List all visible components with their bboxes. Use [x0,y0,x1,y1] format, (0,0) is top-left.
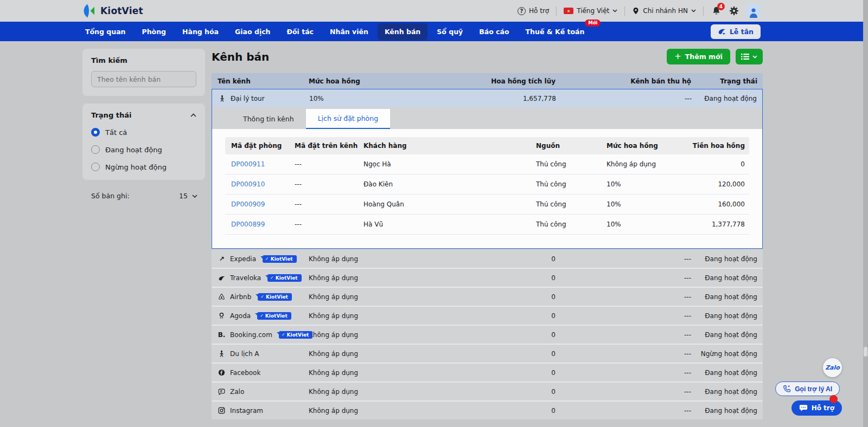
add-new-button[interactable]: + Thêm mới [667,49,730,64]
radio-icon [91,145,100,154]
chevron-down-icon [612,9,617,12]
branch-selector[interactable]: Chi nhánh HN [632,7,696,15]
channel-accumulated: 1,657,778 [442,95,556,102]
scrollbar-thumb[interactable] [864,347,867,357]
nav-bao-cao[interactable]: Báo cáo [472,23,516,40]
channel-name: Agoda [230,312,251,320]
nav-thue-ke-toan[interactable]: Thuế & Kế toán Mới [519,23,592,40]
table-row-zalo[interactable]: Zalo Không áp dụng 0 --- Đang hoạt động [212,383,763,400]
channel-collect: --- [556,95,692,102]
table-row-airbnb[interactable]: Airbnb ✓KiotViet Không áp dụng 0 --- Đan… [212,288,763,306]
booking-amount: 160,000 [663,200,745,208]
tab-thong-tin-kenh[interactable]: Thông tin kênh [231,109,306,129]
col-khach-hang: Khách hàng [363,142,536,150]
notifications-button[interactable]: 4 [711,5,722,16]
table-row-facebook[interactable]: Facebook Không áp dụng 0 --- Đang hoạt đ… [212,364,763,381]
booking-amount: 120,000 [663,180,745,188]
table-row-instagram[interactable]: Instagram Không áp dụng 0 --- Đang hoạt … [212,402,763,419]
channel-accumulated: 0 [442,407,556,415]
facebook-icon [218,369,226,376]
chevron-down-icon [192,195,197,198]
table-row-traveloka[interactable]: Traveloka ✓KiotViet Không áp dụng 0 --- … [212,269,763,287]
reception-button[interactable]: Lễ tân [711,24,761,39]
kiotviet-badge: ✓KiotViet [258,293,292,301]
booking-code-link[interactable]: DP000899 [231,221,295,228]
language-label: Tiếng Việt [577,7,609,15]
column-settings-button[interactable] [736,49,763,64]
user-avatar[interactable] [746,4,761,18]
booking-code-link[interactable]: DP000909 [231,200,295,208]
tab-lich-su-dat-phong[interactable]: Lịch sử đặt phòng [306,109,390,129]
channel-name: Airbnb [230,293,251,301]
check-icon: ✓ [260,313,264,318]
channel-name: Booking.com [230,331,272,339]
table-row-du-lich-a[interactable]: Du lịch A Không áp dụng 0 --- Ngừng hoạt… [212,345,763,363]
nav-kenh-ban[interactable]: Kênh bán [378,23,427,40]
filter-sidebar: Tìm kiếm Trạng thái Tất cả Đang hoạt độn… [82,49,205,200]
table-row-dai-ly-tour[interactable]: Đại lý tour 10% 1,657,778 --- Đang hoạt … [212,89,762,107]
booking-code-link[interactable]: DP000911 [231,160,295,168]
kiotviet-logo[interactable]: KiotViet [82,3,143,18]
agoda-icon [218,312,226,319]
chevron-down-icon [691,9,696,12]
table-row-agoda[interactable]: Agoda ✓KiotViet Không áp dụng 0 --- Đang… [212,307,763,325]
page-scrollbar[interactable] [863,0,868,427]
table-row-booking[interactable]: B. Booking.com ✓KiotViet Không áp dụng 0… [212,326,763,344]
channel-status: Đang hoạt động [691,369,757,377]
nav-doi-tac[interactable]: Đối tác [280,23,321,40]
language-selector[interactable]: ★ Tiếng Việt [564,7,617,15]
channel-collect: --- [556,407,691,415]
booking-channel-code: --- [295,221,363,228]
status-option-active[interactable]: Đang hoạt động [91,145,196,154]
status-option-all[interactable]: Tất cả [91,128,196,137]
booking-source: Thủ công [536,160,607,168]
booking-channel-code: --- [295,180,363,188]
walking-person-icon [218,95,226,102]
booking-commission: 10% [607,200,663,208]
radio-selected-icon [91,128,100,137]
channel-collect: --- [556,388,691,396]
reception-icon [718,28,726,35]
zalo-float-button[interactable]: Zalo [823,358,842,377]
search-input[interactable] [91,71,196,87]
help-menu[interactable]: ? Hỗ trợ [518,7,549,15]
channel-name: Expedia [230,255,256,263]
col-muc-hoa-hong-sub: Mức hoa hồng [607,142,663,150]
nav-hang-hoa[interactable]: Hàng hóa [175,23,226,40]
booking-code-link[interactable]: DP000910 [231,180,295,188]
channel-commission: 10% [309,95,442,102]
nav-giao-dich[interactable]: Giao dịch [228,23,277,40]
channel-commission: Không áp dụng [309,274,442,282]
channel-commission: Không áp dụng [309,388,442,396]
nav-thue-ke-toan-label: Thuế & Kế toán [526,28,585,36]
status-option-inactive[interactable]: Ngừng hoạt động [91,163,196,171]
divider [703,7,704,16]
table-row-expedia[interactable]: ↗ Expedia ✓KiotViet Không áp dụng 0 --- … [212,250,763,268]
location-pin-icon [632,7,640,15]
ai-assistant-button[interactable]: Gọi trợ lý AI [775,381,840,396]
nav-nhan-vien[interactable]: Nhân viên [323,23,375,40]
nav-so-quy[interactable]: Sổ quỹ [430,23,470,40]
records-per-page-select[interactable]: 15 [179,192,197,200]
channel-status: Đang hoạt động [691,274,757,282]
kiotviet-badge: ✓KiotViet [267,274,302,282]
expedia-icon: ↗ [218,255,226,263]
channel-name: Traveloka [230,274,261,282]
channel-name: Facebook [230,369,260,377]
nav-phong[interactable]: Phòng [135,23,174,40]
col-ma-dat-tren-kenh: Mã đặt trên kênh [295,142,363,150]
kiotviet-badge: ✓KiotViet [257,312,291,320]
chevron-up-icon[interactable] [190,113,196,117]
nav-tong-quan[interactable]: Tổng quan [78,23,133,40]
channel-name: Du lịch A [230,350,259,358]
channel-accumulated: 0 [442,255,556,263]
channel-table-header: Tên kênh Mức hoa hồng Hoa hồng tích lũy … [212,73,763,89]
col-muc-hoa-hong: Mức hoa hồng [309,77,442,85]
booking-channel-code: --- [295,160,363,168]
records-value: 15 [179,192,188,200]
settings-button[interactable] [729,5,739,16]
channel-collect: --- [556,369,691,377]
channel-commission: Không áp dụng [309,369,442,377]
channel-commission: Không áp dụng [309,293,442,301]
booking-customer: Đào Kiên [363,180,536,188]
